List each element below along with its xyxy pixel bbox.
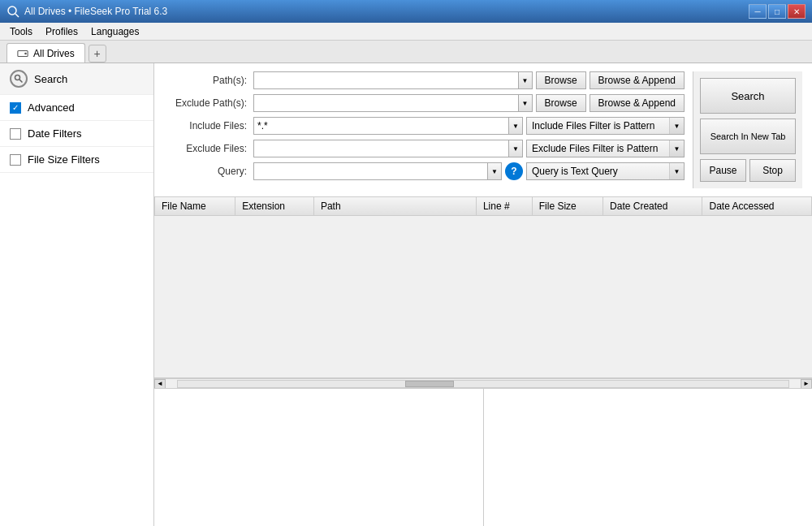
scroll-right-btn[interactable]: ► (801, 379, 812, 389)
exclude-files-filter-arrow: ▼ (669, 140, 684, 157)
search-form: Path(s): ▼ Browse Browse & Append Exclud… (154, 63, 812, 197)
exclude-paths-input[interactable] (253, 94, 518, 112)
window-controls: ─ □ ✕ (749, 4, 806, 19)
paths-combo: ▼ (253, 71, 533, 89)
paths-label: Path(s): (164, 75, 253, 86)
col-datecreated[interactable]: Date Created (603, 197, 702, 216)
tab-label: All Drives (33, 48, 75, 59)
query-combo: ▼ (253, 162, 502, 180)
sidebar-search-label: Search (34, 73, 67, 85)
results-table-container[interactable]: File Name Extension Path Line # File Siz… (154, 197, 812, 378)
sidebar-date-filters[interactable]: Date Filters (0, 121, 153, 147)
svg-point-0 (8, 6, 16, 15)
title-bar: All Drives • FileSeek Pro Trial 6.3 ─ □ … (0, 0, 812, 23)
paths-row: Path(s): ▼ Browse Browse & Append (164, 71, 685, 89)
svg-line-1 (15, 14, 19, 17)
col-filesize[interactable]: File Size (532, 197, 603, 216)
exclude-files-input[interactable] (253, 140, 508, 157)
exclude-paths-row: Exclude Path(s): ▼ Browse Browse & Appen… (164, 94, 685, 112)
scroll-track[interactable] (177, 380, 789, 388)
right-panel: Path(s): ▼ Browse Browse & Append Exclud… (154, 63, 812, 526)
add-tab-button[interactable]: + (89, 45, 106, 63)
include-files-dropdown-arrow[interactable]: ▼ (508, 117, 523, 135)
app-icon (6, 5, 19, 18)
scroll-left-btn[interactable]: ◄ (154, 379, 166, 389)
tab-all-drives[interactable]: All Drives (6, 43, 85, 63)
results-area: File Name Extension Path Line # File Siz… (154, 197, 812, 526)
file-size-checkbox[interactable] (10, 154, 21, 166)
main-content: Search Advanced Date Filters File Size F… (0, 63, 812, 526)
exclude-files-combo: ▼ (253, 140, 523, 157)
close-button[interactable]: ✕ (788, 4, 806, 19)
preview-right-panel[interactable] (484, 389, 813, 526)
query-help-button[interactable]: ? (505, 162, 523, 180)
include-files-filter-label: Include Files Filter is Pattern (527, 120, 669, 132)
file-size-label: File Size Filters (28, 153, 100, 166)
results-table: File Name Extension Path Line # File Siz… (154, 197, 812, 216)
query-label: Query: (164, 166, 253, 177)
search-button[interactable]: Search (700, 78, 796, 114)
exclude-files-filter-button[interactable]: Exclude Files Filter is Pattern ▼ (526, 140, 685, 157)
exclude-paths-dropdown-arrow[interactable]: ▼ (518, 94, 533, 112)
browse-append-button-paths[interactable]: Browse & Append (590, 71, 685, 89)
pause-button[interactable]: Pause (700, 159, 746, 182)
horizontal-scrollbar[interactable]: ◄ ► (154, 378, 812, 388)
sidebar-advanced[interactable]: Advanced (0, 95, 153, 121)
preview-left-panel[interactable] (154, 389, 484, 526)
include-files-controls: ▼ Include Files Filter is Pattern ▼ (253, 117, 685, 135)
col-path[interactable]: Path (313, 197, 476, 216)
include-files-row: Include Files: ▼ Include Files Filter is… (164, 117, 685, 135)
query-controls: ▼ ? Query is Text Query ▼ (253, 162, 685, 180)
date-filters-checkbox[interactable] (10, 128, 21, 140)
paths-dropdown-arrow[interactable]: ▼ (518, 71, 533, 89)
include-files-combo: ▼ (253, 117, 523, 135)
exclude-files-label: Exclude Files: (164, 143, 253, 154)
svg-line-5 (19, 80, 22, 82)
query-row: Query: ▼ ? Query is Text Query ▼ (164, 162, 685, 180)
col-lineno[interactable]: Line # (476, 197, 532, 216)
query-dropdown-arrow[interactable]: ▼ (487, 162, 502, 180)
menu-profiles[interactable]: Profiles (39, 24, 84, 39)
exclude-paths-controls: ▼ Browse Browse & Append (253, 94, 685, 112)
window-title: All Drives • FileSeek Pro Trial 6.3 (24, 6, 167, 17)
advanced-label: Advanced (28, 101, 75, 114)
search-icon (10, 70, 28, 88)
exclude-files-row: Exclude Files: ▼ Exclude Files Filter is… (164, 140, 685, 157)
include-files-input[interactable] (253, 117, 508, 135)
action-panel: Search Search In New Tab Pause Stop (693, 71, 802, 188)
tab-bar: All Drives + (0, 41, 812, 63)
drives-icon (17, 48, 28, 59)
include-files-filter-arrow: ▼ (669, 118, 684, 134)
query-type-arrow: ▼ (669, 163, 684, 179)
col-dateaccessed[interactable]: Date Accessed (702, 197, 812, 216)
menu-bar: Tools Profiles Languages (0, 23, 812, 41)
include-files-label: Include Files: (164, 120, 253, 132)
paths-controls: ▼ Browse Browse & Append (253, 71, 685, 89)
preview-area (154, 388, 812, 526)
include-files-filter-button[interactable]: Include Files Filter is Pattern ▼ (526, 117, 685, 135)
sidebar-search[interactable]: Search (0, 63, 153, 95)
sidebar-file-size-filters[interactable]: File Size Filters (0, 147, 153, 173)
query-input[interactable] (253, 162, 487, 180)
menu-tools[interactable]: Tools (3, 24, 39, 39)
search-new-tab-button[interactable]: Search In New Tab (700, 119, 796, 154)
paths-input[interactable] (253, 71, 518, 89)
scroll-thumb[interactable] (405, 381, 454, 387)
browse-button-exclude[interactable]: Browse (536, 94, 586, 112)
advanced-checkbox[interactable] (10, 102, 21, 114)
menu-languages[interactable]: Languages (84, 24, 145, 39)
minimize-button[interactable]: ─ (749, 4, 767, 19)
query-type-label: Query is Text Query (527, 166, 669, 177)
query-type-button[interactable]: Query is Text Query ▼ (526, 162, 685, 180)
exclude-paths-combo: ▼ (253, 94, 533, 112)
browse-button-paths[interactable]: Browse (536, 71, 586, 89)
exclude-files-controls: ▼ Exclude Files Filter is Pattern ▼ (253, 140, 685, 157)
browse-append-button-exclude[interactable]: Browse & Append (590, 94, 685, 112)
maximize-button[interactable]: □ (768, 4, 786, 19)
exclude-paths-label: Exclude Path(s): (164, 97, 253, 109)
col-extension[interactable]: Extension (235, 197, 314, 216)
exclude-files-dropdown-arrow[interactable]: ▼ (508, 140, 523, 157)
form-fields: Path(s): ▼ Browse Browse & Append Exclud… (164, 71, 685, 188)
stop-button[interactable]: Stop (749, 159, 796, 182)
col-filename[interactable]: File Name (155, 197, 235, 216)
